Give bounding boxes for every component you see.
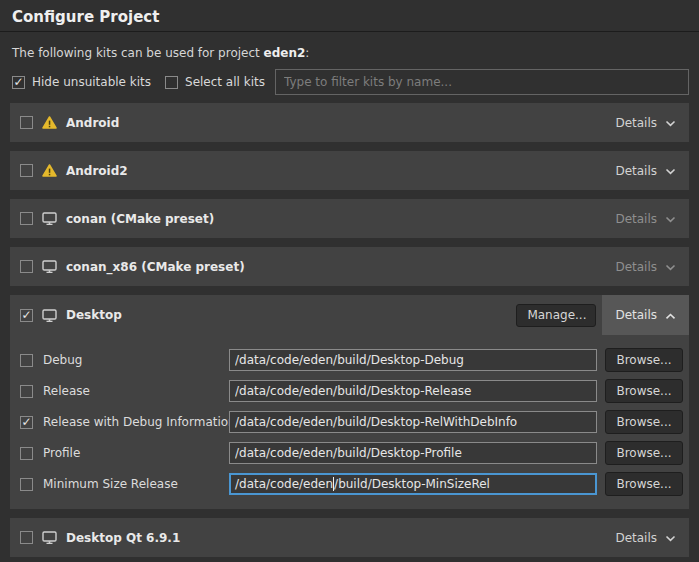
debug-checkbox[interactable]	[20, 354, 33, 367]
hide-unsuitable-kits-checkbox[interactable]: Hide unsuitable kits	[12, 75, 151, 89]
chevron-down-icon	[665, 535, 676, 542]
title-bar: Configure Project	[0, 0, 699, 32]
kit-row-desktop: Desktop Manage... Details	[10, 295, 689, 335]
conan-checkbox[interactable]	[20, 212, 33, 225]
path-text-after-caret: /build/Desktop-MinSizeRel	[334, 477, 490, 491]
kit-name: conan (CMake preset)	[66, 212, 214, 226]
warning-icon	[42, 116, 57, 129]
select-all-kits-label: Select all kits	[185, 75, 265, 89]
kit-row-conan: conan (CMake preset) Details	[10, 199, 689, 238]
relwithdebinfo-path-input[interactable]	[229, 411, 597, 433]
minsizerel-browse-button[interactable]: Browse...	[605, 472, 683, 496]
chevron-up-icon	[665, 313, 676, 320]
desktop-icon	[42, 212, 57, 225]
android-checkbox[interactable]	[20, 116, 33, 129]
details-toggle-desktop[interactable]: Details	[602, 295, 689, 335]
manage-button[interactable]: Manage...	[516, 304, 596, 327]
details-label: Details	[615, 212, 657, 226]
intro-text-before: The following kits can be used for proje…	[12, 46, 264, 60]
details-label: Details	[615, 308, 657, 322]
details-toggle-conan[interactable]: Details	[602, 199, 689, 238]
checkbox-checked-icon	[12, 76, 25, 89]
config-label: Minimum Size Release	[43, 477, 229, 491]
configure-project-page: Configure Project The following kits can…	[0, 0, 699, 557]
chevron-down-icon	[665, 120, 676, 127]
desktop-icon	[42, 260, 57, 273]
desktop-qt-checkbox[interactable]	[20, 531, 33, 544]
config-label: Release	[43, 384, 229, 398]
page-title: Configure Project	[12, 8, 687, 26]
android2-checkbox[interactable]	[20, 164, 33, 177]
kit-name: Desktop	[66, 308, 122, 322]
details-toggle-desktop-qt[interactable]: Details	[602, 518, 689, 557]
relwithdebinfo-browse-button[interactable]: Browse...	[605, 410, 683, 434]
kit-row-desktop-qt: Desktop Qt 6.9.1 Details	[10, 518, 689, 557]
kit-filter-input[interactable]	[275, 69, 689, 95]
profile-browse-button[interactable]: Browse...	[605, 441, 683, 465]
project-name: eden2	[264, 46, 306, 60]
profile-checkbox[interactable]	[20, 447, 33, 460]
intro-text: The following kits can be used for proje…	[12, 46, 687, 61]
kit-row-android2: Android2 Details	[10, 151, 689, 190]
details-toggle-android[interactable]: Details	[602, 103, 689, 142]
config-label: Release with Debug Information	[43, 415, 229, 429]
debug-browse-button[interactable]: Browse...	[605, 348, 683, 372]
config-label: Debug	[43, 353, 229, 367]
chevron-down-icon	[665, 216, 676, 223]
config-row-release: Release Browse...	[20, 380, 683, 402]
chevron-down-icon	[665, 168, 676, 175]
release-checkbox[interactable]	[20, 385, 33, 398]
kit-name: Desktop Qt 6.9.1	[66, 531, 180, 545]
kit-filter-toolbar: Hide unsuitable kits Select all kits	[12, 69, 689, 95]
relwithdebinfo-checkbox[interactable]	[20, 416, 33, 429]
debug-path-input[interactable]	[229, 349, 597, 371]
hide-unsuitable-kits-label: Hide unsuitable kits	[32, 75, 151, 89]
profile-path-input[interactable]	[229, 442, 597, 464]
desktop-icon	[42, 309, 57, 322]
desktop-icon	[42, 531, 57, 544]
details-label: Details	[615, 116, 657, 130]
details-label: Details	[615, 164, 657, 178]
desktop-checkbox[interactable]	[20, 309, 33, 322]
desktop-build-configs: Debug Browse... Release Browse... Releas…	[10, 335, 689, 509]
config-row-debug: Debug Browse...	[20, 349, 683, 371]
details-label: Details	[615, 531, 657, 545]
kit-row-android: Android Details	[10, 103, 689, 142]
kit-list: Android Details Android2 Details	[10, 103, 689, 557]
config-row-relwithdebinfo: Release with Debug Information Browse...	[20, 411, 683, 433]
checkbox-unchecked-icon	[165, 76, 178, 89]
config-label: Profile	[43, 446, 229, 460]
config-row-minsizerel: Minimum Size Release /data/code/eden/bui…	[20, 473, 683, 495]
path-text-before-caret: /data/code/eden	[235, 477, 333, 491]
intro-text-after: :	[305, 46, 309, 60]
warning-icon	[42, 164, 57, 177]
kit-name: Android	[66, 116, 119, 130]
kit-section-desktop: Desktop Manage... Details Debug Browse..…	[10, 295, 689, 509]
minsizerel-checkbox[interactable]	[20, 478, 33, 491]
release-browse-button[interactable]: Browse...	[605, 379, 683, 403]
kit-row-conan-x86: conan_x86 (CMake preset) Details	[10, 247, 689, 286]
select-all-kits-checkbox[interactable]: Select all kits	[165, 75, 265, 89]
details-toggle-android2[interactable]: Details	[602, 151, 689, 190]
kit-name: conan_x86 (CMake preset)	[66, 260, 245, 274]
details-label: Details	[615, 260, 657, 274]
release-path-input[interactable]	[229, 380, 597, 402]
details-toggle-conan-x86[interactable]: Details	[602, 247, 689, 286]
minsizerel-path-input-focused[interactable]: /data/code/eden/build/Desktop-MinSizeRel	[229, 473, 597, 495]
chevron-down-icon	[665, 264, 676, 271]
conan-x86-checkbox[interactable]	[20, 260, 33, 273]
config-row-profile: Profile Browse...	[20, 442, 683, 464]
kit-name: Android2	[66, 164, 128, 178]
